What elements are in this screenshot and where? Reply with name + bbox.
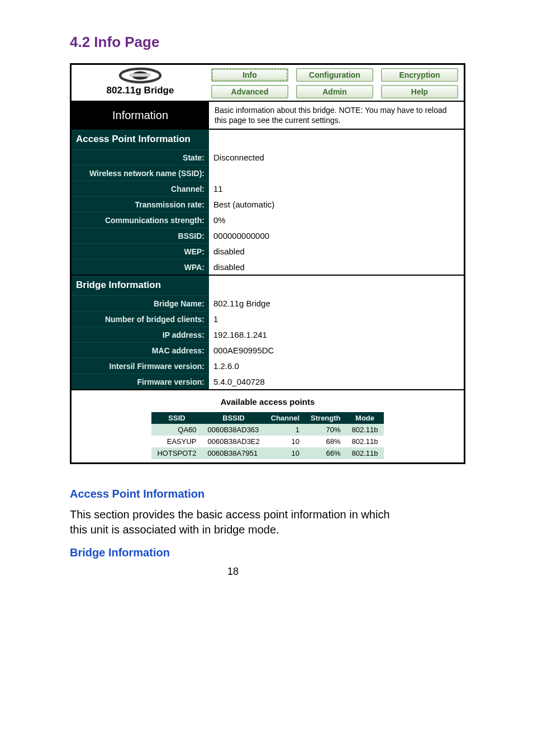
aap-th-ssid: SSID bbox=[151, 412, 202, 424]
aap-cell-mode: 802.11b bbox=[346, 447, 384, 459]
ap-info-section: Access Point Information State: Disconne… bbox=[72, 130, 464, 275]
kv-value: Disconnected bbox=[209, 149, 464, 165]
logo-block: 802.11g Bridge bbox=[72, 65, 209, 101]
tab-info[interactable]: Info bbox=[211, 68, 288, 82]
tab-admin[interactable]: Admin bbox=[296, 85, 373, 98]
kv-label: Transmission rate: bbox=[72, 196, 209, 212]
kv-label: IP address: bbox=[72, 327, 209, 342]
tab-row-2: Advanced Admin Help bbox=[211, 85, 458, 98]
doc-heading-bridge-info: Bridge Information bbox=[70, 546, 396, 559]
kv-value: 1.2.6.0 bbox=[209, 358, 464, 374]
aap-cell-ssid: HOTSPOT2 bbox=[151, 447, 202, 459]
kv-label: Bridge Name: bbox=[72, 295, 209, 311]
kv-value: 000000000000 bbox=[209, 228, 464, 243]
aap-cell-ssid: QA60 bbox=[151, 424, 202, 436]
aap-th-strength: Strength bbox=[305, 412, 346, 424]
kv-value: disabled bbox=[209, 259, 464, 275]
aap-cell-mode: 802.11b bbox=[346, 436, 384, 447]
tab-advanced[interactable]: Advanced bbox=[211, 85, 288, 98]
aap-cell-bssid: 0060B38A7951 bbox=[202, 447, 265, 459]
kv-wpa: WPA: disabled bbox=[72, 259, 464, 275]
kv-bridge-name: Bridge Name: 802.11g Bridge bbox=[72, 295, 464, 311]
aap-cell-bssid: 0060B38AD3E2 bbox=[202, 436, 265, 447]
header: 802.11g Bridge Info Configuration Encryp… bbox=[72, 65, 464, 101]
kv-state: State: Disconnected bbox=[72, 149, 464, 165]
kv-value: 802.11g Bridge bbox=[209, 295, 464, 311]
kv-label: Communications strength: bbox=[72, 212, 209, 228]
kv-label: Wireless network name (SSID): bbox=[72, 165, 209, 181]
kv-value: 5.4.0_040728 bbox=[209, 374, 464, 389]
kv-wep: WEP: disabled bbox=[72, 243, 464, 259]
kv-ip: IP address: 192.168.1.241 bbox=[72, 327, 464, 342]
kv-firmware: Firmware version: 5.4.0_040728 bbox=[72, 374, 464, 389]
kv-value bbox=[209, 165, 464, 181]
aap-row: QA60 0060B38AD363 1 70% 802.11b bbox=[151, 424, 383, 436]
kv-label: Intersil Firmware version: bbox=[72, 358, 209, 374]
doc-heading-ap-info: Access Point Information bbox=[70, 488, 396, 500]
aap-cell-strength: 66% bbox=[305, 447, 346, 459]
kv-label: WEP: bbox=[72, 243, 209, 259]
kv-label: WPA: bbox=[72, 259, 209, 275]
bridge-info-section: Bridge Information Bridge Name: 802.11g … bbox=[72, 276, 464, 389]
doc-paragraph-ap-info: This section provides the basic access p… bbox=[70, 507, 396, 537]
aap-th-bssid: BSSID bbox=[202, 412, 265, 424]
tab-row-1: Info Configuration Encryption bbox=[211, 68, 458, 82]
kv-intersil-fw: Intersil Firmware version: 1.2.6.0 bbox=[72, 358, 464, 374]
info-bar-title: Information bbox=[72, 102, 209, 129]
aap-cell-bssid: 0060B38AD363 bbox=[202, 424, 265, 436]
aap-title: Available access points bbox=[72, 397, 464, 407]
info-bar: Information Basic information about this… bbox=[72, 101, 464, 130]
nav-tabs: Info Configuration Encryption Advanced A… bbox=[209, 65, 464, 101]
logo-icon bbox=[116, 67, 164, 84]
bridge-info-heading: Bridge Information bbox=[72, 276, 209, 295]
kv-comm-strength: Communications strength: 0% bbox=[72, 212, 464, 228]
available-access-points: Available access points SSID BSSID Chann… bbox=[72, 390, 464, 462]
aap-th-mode: Mode bbox=[346, 412, 384, 424]
aap-row: HOTSPOT2 0060B38A7951 10 66% 802.11b bbox=[151, 447, 383, 459]
aap-cell-channel: 10 bbox=[265, 447, 305, 459]
aap-row: EASYUP 0060B38AD3E2 10 68% 802.11b bbox=[151, 436, 383, 447]
section-heading: 4.2 Info Page bbox=[70, 34, 396, 51]
kv-label: MAC address: bbox=[72, 342, 209, 358]
kv-bssid: BSSID: 000000000000 bbox=[72, 228, 464, 243]
kv-value: 192.168.1.241 bbox=[209, 327, 464, 342]
aap-cell-strength: 68% bbox=[305, 436, 346, 447]
aap-cell-channel: 1 bbox=[265, 424, 305, 436]
kv-bridged-clients: Number of bridged clients: 1 bbox=[72, 311, 464, 327]
kv-value: 11 bbox=[209, 181, 464, 196]
kv-channel: Channel: 11 bbox=[72, 181, 464, 196]
aap-th-channel: Channel bbox=[265, 412, 305, 424]
kv-label: BSSID: bbox=[72, 228, 209, 243]
info-bar-description: Basic information about this bridge. NOT… bbox=[209, 102, 464, 129]
aap-table: SSID BSSID Channel Strength Mode QA60 00… bbox=[151, 412, 383, 459]
kv-label: State: bbox=[72, 149, 209, 165]
page-number: 18 bbox=[70, 566, 396, 578]
product-name: 802.11g Bridge bbox=[72, 85, 209, 96]
screenshot-frame: 802.11g Bridge Info Configuration Encryp… bbox=[70, 63, 465, 464]
kv-value: 000AE90995DC bbox=[209, 342, 464, 358]
aap-cell-ssid: EASYUP bbox=[151, 436, 202, 447]
kv-txrate: Transmission rate: Best (automatic) bbox=[72, 196, 464, 212]
kv-value: Best (automatic) bbox=[209, 196, 464, 212]
kv-label: Number of bridged clients: bbox=[72, 311, 209, 327]
ap-info-heading: Access Point Information bbox=[72, 130, 209, 149]
aap-cell-channel: 10 bbox=[265, 436, 305, 447]
kv-value: 0% bbox=[209, 212, 464, 228]
kv-ssid: Wireless network name (SSID): bbox=[72, 165, 464, 181]
kv-label: Firmware version: bbox=[72, 374, 209, 389]
kv-value: 1 bbox=[209, 311, 464, 327]
tab-configuration[interactable]: Configuration bbox=[296, 68, 373, 82]
tab-help[interactable]: Help bbox=[381, 85, 458, 98]
kv-value: disabled bbox=[209, 243, 464, 259]
tab-encryption[interactable]: Encryption bbox=[381, 68, 458, 82]
aap-cell-strength: 70% bbox=[305, 424, 346, 436]
kv-label: Channel: bbox=[72, 181, 209, 196]
aap-cell-mode: 802.11b bbox=[346, 424, 384, 436]
kv-mac: MAC address: 000AE90995DC bbox=[72, 342, 464, 358]
svg-rect-2 bbox=[130, 73, 151, 77]
